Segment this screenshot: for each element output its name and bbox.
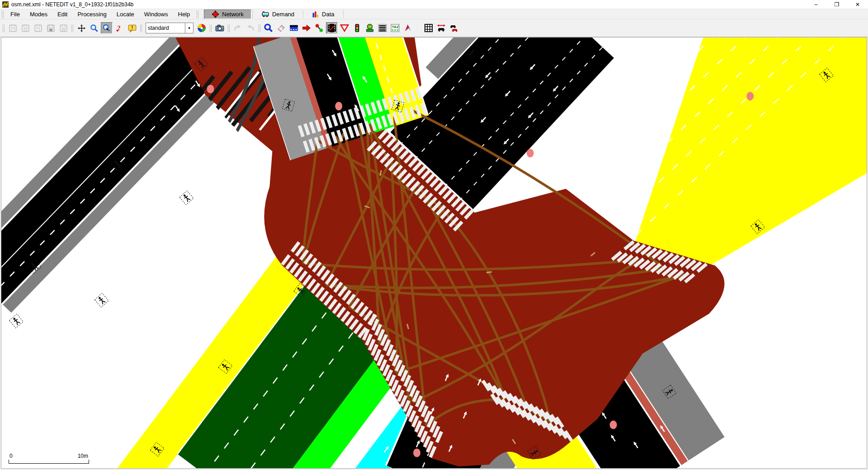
color-wheel-button[interactable] <box>196 22 208 34</box>
bus-stop-icon: H <box>365 24 374 33</box>
junction-dot[interactable] <box>610 421 617 429</box>
grid-icon <box>424 24 433 33</box>
show-demand-button[interactable] <box>448 22 460 34</box>
camera-icon <box>215 24 224 32</box>
svg-text:!: ! <box>131 25 133 30</box>
scale-start: 0 <box>9 453 13 459</box>
move-cross-icon <box>77 24 86 33</box>
menu-processing[interactable]: Processing <box>72 10 111 19</box>
junction-dot[interactable] <box>746 92 754 100</box>
tab-demand[interactable]: Demand <box>254 9 302 19</box>
taz-mode-button[interactable]: TAZ <box>389 22 401 34</box>
junction-dot[interactable] <box>207 85 214 93</box>
spread-vehicles-button[interactable] <box>435 22 447 34</box>
connection-icon <box>327 24 336 33</box>
network-junction-icon <box>212 10 219 18</box>
save-data-button[interactable] <box>45 22 57 34</box>
svg-text:TAZ: TAZ <box>392 25 399 29</box>
inspect-magnifier-icon <box>264 24 273 33</box>
undo-arrow-icon <box>233 24 242 32</box>
bar-chart-icon <box>312 10 319 18</box>
taz-icon: TAZ <box>391 24 400 33</box>
junction-dot[interactable] <box>527 149 534 157</box>
magnifier-icon <box>90 24 99 33</box>
save-network-button[interactable] <box>7 22 19 34</box>
inspect-mode-button[interactable] <box>263 22 274 34</box>
menu-locate[interactable]: Locate <box>112 10 139 19</box>
menu-file[interactable]: File <box>5 10 25 19</box>
zoom-cursor-button[interactable] <box>101 22 113 34</box>
supermode-tabs: Network Demand Data <box>204 9 344 19</box>
create-edge-mode-button[interactable] <box>313 22 325 34</box>
prohibition-mode-button[interactable] <box>339 22 350 34</box>
save-demand-button[interactable] <box>32 22 44 34</box>
scale-bracket <box>9 460 89 464</box>
warning-bubble-icon: ! <box>128 24 137 33</box>
close-button[interactable]: ✕ <box>847 0 868 9</box>
two-cars-icon <box>449 24 458 33</box>
menu-edit[interactable]: Edit <box>52 10 72 19</box>
svg-text:H: H <box>368 24 372 29</box>
lane-select-icon <box>289 24 298 33</box>
zoom-button[interactable] <box>88 22 100 34</box>
minimize-button[interactable]: – <box>806 0 826 9</box>
undo-button[interactable] <box>232 22 244 34</box>
junction-dot[interactable] <box>413 449 420 457</box>
coloring-scheme-value[interactable]: standard <box>146 23 185 33</box>
move-view-button[interactable] <box>75 22 87 34</box>
redo-button[interactable] <box>245 22 256 34</box>
app-icon <box>2 1 9 8</box>
network-canvas[interactable]: 0 10m <box>1 37 867 469</box>
magnifier-cursor-icon <box>103 24 111 33</box>
redo-arrow-icon <box>246 24 255 32</box>
toolbar-grip <box>197 10 198 18</box>
toolbar: ? ! standard ▼ H TAZ <box>0 19 868 37</box>
select-mode-button[interactable] <box>288 22 300 34</box>
snapshot-button[interactable] <box>214 22 226 34</box>
traffic-light-icon <box>353 24 362 33</box>
junction-dot[interactable] <box>335 102 342 110</box>
additional-mode-button[interactable]: H <box>364 22 376 34</box>
save-tls-button[interactable] <box>57 22 69 34</box>
create-edge-icon <box>315 24 324 33</box>
title-bar: osm.net.xml - NETEDIT v1_8_0+1932-1f01b2… <box>0 0 868 9</box>
menu-help[interactable]: Help <box>173 10 195 19</box>
crossing-mode-button[interactable] <box>377 22 388 34</box>
move-mode-button[interactable] <box>301 22 312 34</box>
menu-windows[interactable]: Windows <box>139 10 173 19</box>
network-view[interactable] <box>1 38 867 468</box>
menu-bar: File Modes Edit Processing Locate Window… <box>0 9 868 19</box>
poi-shape-icon <box>403 24 412 33</box>
window-title: osm.net.xml - NETEDIT v1_8_0+1932-1f01b2… <box>11 1 133 8</box>
message-bubble-button[interactable]: ! <box>126 22 138 34</box>
menu-modes[interactable]: Modes <box>25 10 52 19</box>
yield-triangle-icon <box>340 24 349 33</box>
car-arrows-icon <box>437 24 446 33</box>
scale-bar: 0 10m <box>9 453 89 464</box>
question-button[interactable]: ? <box>113 22 125 34</box>
coloring-scheme-combo[interactable]: standard ▼ <box>146 23 193 33</box>
red-question-icon: ? <box>115 24 123 32</box>
grid-toggle-button[interactable] <box>423 22 434 34</box>
connection-mode-button[interactable] <box>326 22 338 34</box>
tab-network[interactable]: Network <box>204 9 251 19</box>
eraser-icon <box>277 24 286 33</box>
traffic-light-mode-button[interactable] <box>351 22 363 34</box>
zebra-crossing-icon <box>378 24 387 33</box>
delete-mode-button[interactable] <box>275 22 287 34</box>
bus-icon <box>261 10 269 18</box>
save-additionals-button[interactable] <box>19 22 31 34</box>
red-arrow-icon <box>302 24 311 33</box>
color-wheel-icon <box>197 24 206 33</box>
tab-data[interactable]: Data <box>304 9 342 19</box>
chevron-down-icon[interactable]: ▼ <box>185 23 193 33</box>
scale-end: 10m <box>78 453 88 459</box>
shape-mode-button[interactable] <box>402 22 414 34</box>
restore-button[interactable]: ❐ <box>826 0 847 9</box>
toolbar-grip <box>2 10 4 18</box>
